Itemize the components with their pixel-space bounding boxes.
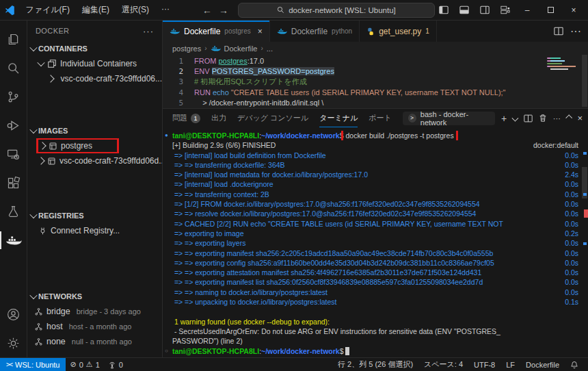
command-decoration-icon[interactable]: ○ — [165, 346, 168, 356]
terminal-line: => => naming to docker.io/library/postgr… — [172, 287, 578, 297]
menu-item[interactable]: ··· — [156, 2, 175, 18]
status-item[interactable]: スペース: 4 — [420, 359, 467, 370]
connect-registry-item[interactable]: Connect Registry... — [27, 223, 162, 238]
code-editor[interactable]: 1FROM postgres:17.02ENV POSTGRES_PASSWOR… — [163, 55, 588, 108]
forward-icon[interactable]: → — [219, 5, 228, 16]
remote-indicator[interactable]: >< WSL: Ubuntu — [0, 358, 66, 371]
terminal-text: - SecretsUsedInArgOrEnv: Do not use ARG … — [172, 327, 578, 336]
terminal-profile-select[interactable]: > bash - docker-network — [403, 112, 495, 125]
terminal-text: => => exporting manifest list sha256:0f2… — [172, 277, 555, 287]
explorer-icon[interactable] — [0, 25, 27, 53]
terminal-dropdown-icon[interactable] — [512, 115, 519, 122]
docker-file-icon — [170, 27, 180, 35]
breadcrumb-item[interactable]: postgres — [172, 44, 201, 53]
customize-layout-icon[interactable] — [496, 2, 514, 18]
title-bar: ファイル(F)編集(E)選択(S)··· ← → docker-network … — [0, 0, 588, 21]
menu-item[interactable]: ファイル(F) — [20, 2, 75, 18]
minimap[interactable] — [544, 56, 580, 105]
source-control-icon[interactable] — [0, 82, 27, 111]
annotation-box-command: docker build ./postgres -t postgres — [345, 131, 453, 140]
section-containers[interactable]: CONTAINERS — [27, 41, 162, 56]
status-item[interactable]: UTF-8 — [470, 361, 499, 369]
panel-tab-label: ターミナル — [319, 113, 358, 123]
breadcrumb-separator-icon: › — [260, 44, 263, 52]
docker-icon[interactable] — [0, 226, 27, 255]
status-item[interactable]: LF — [502, 361, 519, 369]
search-icon[interactable] — [0, 53, 27, 82]
docker-file-icon — [277, 27, 287, 35]
menu-item[interactable]: 編集(E) — [77, 2, 115, 18]
network-item-bridge[interactable]: bridgebridge - 3 days ago — [27, 304, 162, 319]
terminal-output[interactable]: ●tani@DESKTOP-HCPA8LI:~/work/docker-netw… — [163, 127, 588, 357]
plug-icon — [38, 227, 47, 235]
tree-item-vsc-code-craft-73c9ffdd06d-[interactable]: vsc-code-craft-73c9ffdd06d... — [27, 153, 162, 168]
split-terminal-icon[interactable] — [524, 114, 533, 123]
account-icon[interactable] — [0, 300, 27, 329]
command-center-search[interactable]: docker-network [WSL: Ubuntu] — [238, 3, 435, 18]
tree-item-container[interactable]: vsc-code-craft-73c9ffdd06... — [27, 71, 162, 86]
tree-item-individual-containers[interactable]: Individual Containers — [27, 56, 162, 71]
tree-item-postgres[interactable]: postgres — [27, 138, 162, 153]
section-images[interactable]: IMAGES — [27, 123, 162, 138]
ports-status[interactable]: 0 — [104, 361, 127, 369]
editor-scrollbar[interactable] — [581, 55, 588, 107]
section-networks[interactable]: NETWORKS — [27, 289, 162, 304]
network-item-host[interactable]: hosthost - a month ago — [27, 319, 162, 334]
status-item[interactable]: 行 2、列 5 (26 個選択) — [334, 359, 417, 370]
terminal-scrollbar[interactable] — [581, 127, 588, 357]
section-registries[interactable]: REGISTRIES — [27, 208, 162, 223]
terminal-text: => [internal] load .dockerignore — [172, 179, 555, 189]
tab-get-user-py[interactable]: get_user.py1 — [360, 21, 437, 42]
panel-tab-ターミナル[interactable]: ターミナル — [319, 109, 358, 127]
tab-dockerfile[interactable]: Dockerfilepython — [270, 21, 360, 42]
panel-tab-ポート[interactable]: ポート — [369, 109, 392, 127]
terminal-line: 1 warning found (use docker --debug to e… — [172, 317, 578, 327]
step-duration: 0.0s — [555, 277, 578, 287]
maximize-panel-icon[interactable] — [565, 115, 572, 122]
breadcrumb[interactable]: postgres›Dockerfile›... — [163, 42, 588, 55]
panel-tab-問題[interactable]: 問題1 — [172, 109, 200, 127]
problems-status[interactable]: ⊘ 0 ⚠ 1 — [66, 360, 103, 369]
back-icon[interactable]: ← — [202, 5, 212, 16]
terminal-cursor — [345, 347, 349, 355]
extensions-icon[interactable] — [0, 168, 27, 197]
maximize-button[interactable] — [540, 1, 561, 19]
remote-explorer-icon[interactable] — [0, 140, 27, 168]
panel-tab-デバッグ コンソール[interactable]: デバッグ コンソール — [237, 109, 308, 127]
close-window-button[interactable]: × — [563, 1, 584, 19]
vscode-window: ファイル(F)編集(E)選択(S)··· ← → docker-network … — [0, 0, 588, 371]
error-icon: ⊘ — [70, 360, 76, 369]
toggle-panel-icon[interactable] — [455, 2, 473, 18]
chevron-down-icon — [29, 126, 37, 133]
terminal-line: ○tani@DESKTOP-HCPA8LI:~/work/docker-netw… — [172, 346, 578, 356]
breadcrumb-item[interactable]: ... — [267, 44, 273, 53]
code-text: > /docker-entrypoint-initdb.d/init.sql \ — [194, 98, 323, 108]
settings-gear-icon[interactable] — [0, 329, 27, 357]
tab-description: 1 — [425, 27, 429, 35]
breadcrumb-item[interactable]: Dockerfile — [224, 44, 258, 53]
tab-dockerfile[interactable]: Dockerfilepostgres× — [163, 21, 270, 42]
close-panel-icon[interactable]: × — [577, 113, 583, 123]
toggle-primary-sidebar-icon[interactable] — [435, 2, 453, 18]
panel-more-icon[interactable]: ··· — [553, 114, 561, 123]
minimize-button[interactable]: – — [517, 1, 537, 19]
sidebar-more-icon[interactable]: ··· — [143, 26, 154, 36]
notifications-bell-icon[interactable] — [566, 361, 583, 369]
toggle-secondary-sidebar-icon[interactable] — [476, 2, 494, 18]
editor-more-icon[interactable]: ··· — [570, 25, 581, 38]
command-decoration-icon[interactable]: ● — [165, 131, 168, 140]
status-item[interactable]: Dockerfile — [522, 361, 563, 369]
step-duration: 0.0s — [555, 287, 578, 297]
bash-icon: > — [408, 114, 416, 123]
kill-terminal-icon[interactable] — [539, 114, 547, 123]
split-editor-icon[interactable] — [554, 27, 563, 36]
step-duration: 0.0s — [555, 151, 578, 160]
testing-icon[interactable] — [0, 197, 27, 226]
network-item-none[interactable]: nonenull - a month ago — [27, 334, 162, 349]
panel-tab-出力[interactable]: 出力 — [211, 109, 226, 127]
panel-tab-label: ポート — [369, 113, 392, 123]
menu-item[interactable]: 選択(S) — [116, 2, 155, 18]
run-debug-icon[interactable] — [0, 111, 27, 140]
new-terminal-icon[interactable]: + — [501, 113, 507, 124]
close-tab-icon[interactable]: × — [258, 27, 263, 36]
